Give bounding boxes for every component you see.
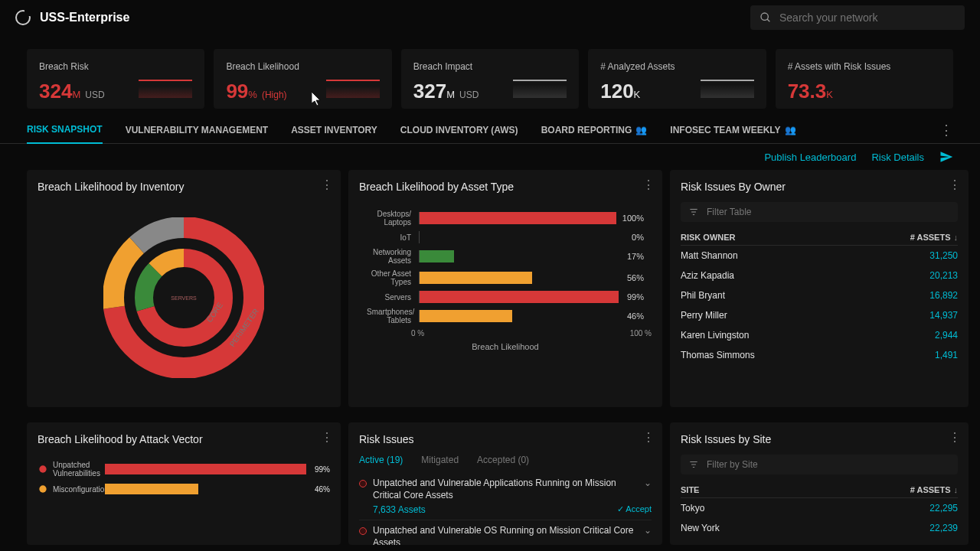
axis-min: 0 % bbox=[411, 329, 424, 337]
panel-title: Risk Issues by Site bbox=[681, 433, 958, 445]
svg-line-1 bbox=[767, 19, 769, 21]
bar-row: Smartphones/ Tablets46% bbox=[367, 308, 644, 324]
chevron-down-icon[interactable]: ⌄ bbox=[644, 478, 652, 488]
accept-button[interactable]: ✓ Accept bbox=[617, 504, 652, 515]
logo-icon bbox=[15, 10, 31, 25]
tab[interactable]: RISK SNAPSHOT bbox=[27, 116, 103, 144]
tab-accepted[interactable]: Accepted (0) bbox=[477, 455, 529, 465]
col-assets[interactable]: # ASSETS bbox=[910, 233, 951, 242]
search-icon bbox=[760, 11, 772, 24]
panel-title: Breach Likelihood by Attack Vector bbox=[38, 433, 330, 445]
panel-menu-icon[interactable]: ⋮ bbox=[321, 430, 333, 445]
tab[interactable]: INFOSEC TEAM WEEKLY 👥 bbox=[670, 117, 795, 143]
stat-card[interactable]: Breach Risk 324MUSD bbox=[27, 49, 204, 109]
sparkline bbox=[701, 80, 754, 98]
col-site[interactable]: SITE bbox=[681, 485, 699, 494]
card-suffix: USD bbox=[459, 90, 479, 100]
filter-input[interactable] bbox=[707, 207, 950, 217]
table-row[interactable]: Thomas Simmons1,491 bbox=[681, 345, 958, 365]
bar-row: Networking Assets17% bbox=[367, 248, 644, 265]
search-box[interactable] bbox=[750, 5, 965, 30]
severity-dot-icon bbox=[359, 480, 367, 487]
table-row[interactable]: Karen Livingston2,944 bbox=[681, 325, 958, 345]
bar-row: IoT0% bbox=[367, 231, 644, 243]
card-value: 73.3K bbox=[788, 80, 833, 103]
axis-max: 100 % bbox=[630, 329, 652, 337]
bar-row: Other Asset Types56% bbox=[367, 269, 644, 286]
tab[interactable]: ASSET INVENTORY bbox=[291, 117, 377, 143]
svg-point-15 bbox=[39, 485, 46, 492]
publish-leaderboard-link[interactable]: Publish Leaderboard bbox=[764, 152, 856, 163]
panel-menu-icon[interactable]: ⋮ bbox=[949, 430, 961, 445]
sort-icon[interactable]: ↓ bbox=[954, 233, 959, 242]
panel-title: Breach Likelihood by Inventory bbox=[38, 181, 330, 193]
card-title: # Assets with Risk Issues bbox=[788, 61, 941, 72]
issue-item[interactable]: Unpatched and Vulnerable Applications Ru… bbox=[359, 473, 652, 520]
panel-title: Risk Issues By Owner bbox=[681, 181, 958, 193]
panel-menu-icon[interactable]: ⋮ bbox=[321, 178, 333, 192]
bar-row: Unpatched Vulnerabilities99% bbox=[38, 461, 330, 478]
tab-mitigated[interactable]: Mitigated bbox=[421, 455, 459, 465]
filter-icon bbox=[688, 459, 699, 470]
vector-icon bbox=[38, 484, 48, 494]
table-row[interactable]: Aziz Kapadia20,213 bbox=[681, 266, 958, 285]
chevron-down-icon[interactable]: ⌄ bbox=[644, 525, 652, 536]
bar-row: Servers99% bbox=[367, 291, 644, 303]
table-row[interactable]: Perry Miller14,937 bbox=[681, 305, 958, 325]
panel-risk-issues: ⋮ Risk Issues Active (19) Mitigated Acce… bbox=[348, 422, 662, 545]
svg-point-0 bbox=[761, 13, 768, 20]
bar-row: Misconfigurations46% bbox=[38, 484, 330, 494]
panel-attack-vector: ⋮ Breach Likelihood by Attack Vector Unp… bbox=[27, 422, 341, 545]
issue-item[interactable]: Unpatched and Vulnerable OS Running on M… bbox=[359, 520, 652, 545]
send-icon[interactable] bbox=[939, 150, 953, 164]
vector-icon bbox=[38, 464, 48, 474]
filter-box[interactable] bbox=[681, 202, 958, 222]
card-title: # Analyzed Assets bbox=[600, 61, 753, 72]
panel-title: Risk Issues bbox=[359, 433, 652, 445]
svg-text:SERVERS: SERVERS bbox=[171, 295, 197, 301]
panel-owner: ⋮ Risk Issues By Owner RISK OWNER # ASSE… bbox=[670, 170, 969, 407]
risk-details-link[interactable]: Risk Details bbox=[871, 152, 924, 163]
severity-dot-icon bbox=[359, 527, 367, 535]
sort-icon[interactable]: ↓ bbox=[954, 485, 959, 494]
panel-menu-icon[interactable]: ⋮ bbox=[642, 178, 655, 192]
filter-box[interactable] bbox=[681, 455, 958, 474]
panel-menu-icon[interactable]: ⋮ bbox=[642, 430, 655, 445]
stat-card[interactable]: # Analyzed Assets 120K bbox=[588, 49, 766, 109]
sparkline bbox=[326, 80, 380, 98]
table-row[interactable]: Matt Shannon31,250 bbox=[681, 246, 958, 266]
axis-label: Breach Likelihood bbox=[359, 342, 652, 351]
card-value: 324M bbox=[39, 80, 80, 103]
tab[interactable]: VULNERABILITY MANAGEMENT bbox=[126, 117, 268, 143]
table-row[interactable]: New York22,239 bbox=[681, 518, 958, 538]
stat-card[interactable]: Breach Likelihood 99%(High) bbox=[214, 49, 391, 109]
card-value: 120K bbox=[600, 80, 640, 103]
tab[interactable]: CLOUD INVENTORY (AWS) bbox=[400, 117, 518, 143]
filter-icon bbox=[688, 207, 699, 217]
card-sub: (High) bbox=[262, 90, 287, 100]
search-input[interactable] bbox=[779, 11, 956, 24]
app-title: USS-Enterprise bbox=[40, 11, 129, 24]
asset-count[interactable]: 7,633 Assets bbox=[373, 504, 426, 515]
panel-inventory: ⋮ Breach Likelihood by Inventory PERIMET… bbox=[27, 170, 341, 407]
filter-input[interactable] bbox=[707, 459, 950, 470]
table-row[interactable]: Phil Bryant16,892 bbox=[681, 285, 958, 305]
card-value: 327M bbox=[413, 80, 455, 103]
table-row[interactable]: Tokyo22,295 bbox=[681, 498, 958, 518]
card-title: Breach Risk bbox=[39, 61, 192, 72]
card-value: 99% bbox=[226, 80, 256, 103]
stat-card[interactable]: # Assets with Risk Issues 73.3K bbox=[776, 49, 953, 109]
people-icon: 👥 bbox=[785, 125, 796, 135]
sparkline bbox=[513, 80, 567, 98]
tab-active[interactable]: Active (19) bbox=[359, 455, 403, 465]
panel-site: ⋮ Risk Issues by Site SITE # ASSETS↓ Tok… bbox=[670, 422, 969, 545]
col-assets[interactable]: # ASSETS bbox=[910, 485, 951, 494]
svg-point-14 bbox=[39, 465, 46, 472]
inventory-donut-chart: PERIMETER CORE SERVERS bbox=[103, 217, 264, 378]
stat-card[interactable]: Breach Impact 327MUSD bbox=[401, 49, 579, 109]
panel-menu-icon[interactable]: ⋮ bbox=[949, 178, 961, 192]
col-owner[interactable]: RISK OWNER bbox=[681, 233, 736, 242]
tab[interactable]: BOARD REPORTING 👥 bbox=[541, 117, 648, 143]
tabs-menu-icon[interactable]: ⋮ bbox=[939, 123, 953, 137]
sparkline bbox=[139, 80, 192, 98]
